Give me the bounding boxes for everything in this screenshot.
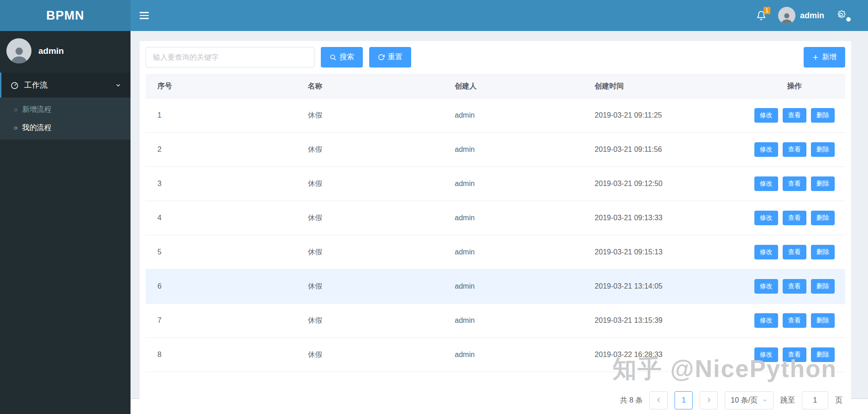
sidebar-item-new-process[interactable]: ○ 新增流程 xyxy=(0,100,131,119)
app-root: BPMN admin 工作流 ○ 新增流程 ○ 我的流程 xyxy=(0,0,868,414)
cell-creator: admin xyxy=(443,304,583,338)
search-button[interactable]: 搜索 xyxy=(321,47,363,67)
table-row[interactable]: 5 休假 admin 2019-03-21 09:15:13 修改查看删除 xyxy=(146,235,845,269)
cell-name: 休假 xyxy=(296,133,443,167)
row-edit-button[interactable]: 修改 xyxy=(754,108,778,123)
row-view-button[interactable]: 查看 xyxy=(783,347,806,362)
cell-created: 2019-03-21 09:15:13 xyxy=(583,235,744,269)
row-delete-button[interactable]: 删除 xyxy=(811,347,835,362)
cell-created: 2019-03-21 09:11:56 xyxy=(583,133,744,167)
row-edit-button[interactable]: 修改 xyxy=(754,313,778,328)
row-delete-button[interactable]: 删除 xyxy=(811,211,835,225)
page-number-button[interactable]: 1 xyxy=(675,391,693,409)
cell-actions: 修改查看删除 xyxy=(744,201,845,235)
cell-id: 4 xyxy=(146,201,296,235)
row-delete-button[interactable]: 删除 xyxy=(811,142,835,157)
row-delete-button[interactable]: 删除 xyxy=(811,245,835,259)
table-row[interactable]: 3 休假 admin 2019-03-21 09:12:50 修改查看删除 xyxy=(146,167,845,201)
cell-name: 休假 xyxy=(296,201,443,235)
add-button[interactable]: 新增 xyxy=(804,47,845,67)
row-view-button[interactable]: 查看 xyxy=(783,108,806,123)
jump-label: 跳至 xyxy=(780,396,795,405)
app-logo: BPMN xyxy=(0,0,131,31)
sidebar-username: admin xyxy=(38,46,64,56)
workflow-table: 序号 名称 创建人 创建时间 操作 1 休假 admin 2019-03-21 … xyxy=(146,74,845,372)
navbar-username: admin xyxy=(800,11,824,21)
cell-created: 2019-03-21 09:13:33 xyxy=(583,201,744,235)
cell-id: 2 xyxy=(146,133,296,167)
sidebar-user-panel: admin xyxy=(0,31,131,72)
sidebar-item-label: 工作流 xyxy=(24,80,115,90)
sidebar-item-workflow[interactable]: 工作流 xyxy=(0,72,131,98)
reset-button-label: 重置 xyxy=(388,52,403,62)
row-edit-button[interactable]: 修改 xyxy=(754,176,778,191)
cell-creator: admin xyxy=(443,98,583,133)
row-edit-button[interactable]: 修改 xyxy=(754,245,778,259)
user-menu-button[interactable]: admin xyxy=(778,7,824,24)
row-delete-button[interactable]: 删除 xyxy=(811,279,835,294)
refresh-icon xyxy=(378,54,385,61)
row-view-button[interactable]: 查看 xyxy=(783,245,806,259)
next-page-button[interactable]: › xyxy=(700,391,718,409)
page-unit-label: 页 xyxy=(835,396,842,405)
row-edit-button[interactable]: 修改 xyxy=(754,142,778,157)
row-delete-button[interactable]: 删除 xyxy=(811,313,835,328)
pagination: 共 8 条 ‹ 1 › 10 条/页 跳至 页 xyxy=(146,391,845,409)
cell-created: 2019-03-22 16:28:33 xyxy=(583,338,744,372)
cell-id: 8 xyxy=(146,338,296,372)
jump-page-input[interactable] xyxy=(802,391,828,409)
row-view-button[interactable]: 查看 xyxy=(783,142,806,157)
cell-actions: 修改查看删除 xyxy=(744,133,845,167)
cell-actions: 修改查看删除 xyxy=(744,304,845,338)
table-body: 1 休假 admin 2019-03-21 09:11:25 修改查看删除 2 … xyxy=(146,98,845,372)
table-row[interactable]: 7 休假 admin 2019-03-21 13:15:39 修改查看删除 xyxy=(146,304,845,338)
cell-creator: admin xyxy=(443,201,583,235)
row-view-button[interactable]: 查看 xyxy=(783,279,806,294)
cell-id: 5 xyxy=(146,235,296,269)
cell-name: 休假 xyxy=(296,167,443,201)
cell-created: 2019-03-21 09:12:50 xyxy=(583,167,744,201)
sidebar-toggle-button[interactable] xyxy=(131,0,158,31)
circle-icon: ○ xyxy=(14,124,17,131)
cell-creator: admin xyxy=(443,133,583,167)
row-delete-button[interactable]: 删除 xyxy=(811,176,835,191)
settings-button[interactable] xyxy=(836,9,852,22)
notification-badge: 1 xyxy=(763,7,770,14)
table-row[interactable]: 1 休假 admin 2019-03-21 09:11:25 修改查看删除 xyxy=(146,98,845,133)
gear-icon xyxy=(836,10,846,20)
reset-button[interactable]: 重置 xyxy=(369,47,411,67)
chevron-down-icon xyxy=(115,82,121,88)
cell-creator: admin xyxy=(443,269,583,304)
page-size-select[interactable]: 10 条/页 xyxy=(725,391,774,409)
sidebar-submenu: ○ 新增流程 ○ 我的流程 xyxy=(0,98,131,140)
total-count: 共 8 条 xyxy=(620,396,643,405)
row-view-button[interactable]: 查看 xyxy=(783,313,806,328)
cell-created: 2019-03-21 13:15:39 xyxy=(583,304,744,338)
navbar-avatar xyxy=(778,7,795,24)
page-size-value: 10 条/页 xyxy=(731,396,758,405)
table-row[interactable]: 2 休假 admin 2019-03-21 09:11:56 修改查看删除 xyxy=(146,133,845,167)
row-view-button[interactable]: 查看 xyxy=(783,211,806,225)
sidebar: BPMN admin 工作流 ○ 新增流程 ○ 我的流程 xyxy=(0,0,131,414)
cell-creator: admin xyxy=(443,235,583,269)
row-edit-button[interactable]: 修改 xyxy=(754,211,778,225)
search-input[interactable] xyxy=(146,47,314,67)
navbar-right: 1 admin xyxy=(756,7,868,24)
cell-actions: 修改查看删除 xyxy=(744,269,845,304)
row-view-button[interactable]: 查看 xyxy=(783,176,806,191)
row-edit-button[interactable]: 修改 xyxy=(754,279,778,294)
cell-id: 7 xyxy=(146,304,296,338)
sidebar-avatar xyxy=(6,38,31,63)
table-row[interactable]: 4 休假 admin 2019-03-21 09:13:33 修改查看删除 xyxy=(146,201,845,235)
sidebar-menu: 工作流 ○ 新增流程 ○ 我的流程 xyxy=(0,72,131,140)
table-row[interactable]: 6 休假 admin 2019-03-21 13:14:05 修改查看删除 xyxy=(146,269,845,304)
row-delete-button[interactable]: 删除 xyxy=(811,108,835,123)
table-row[interactable]: 8 休假 admin 2019-03-22 16:28:33 修改查看删除 xyxy=(146,338,845,372)
sidebar-item-my-process[interactable]: ○ 我的流程 xyxy=(0,119,131,137)
notifications-button[interactable]: 1 xyxy=(756,10,766,21)
submenu-item-label: 我的流程 xyxy=(22,123,51,133)
prev-page-button[interactable]: ‹ xyxy=(649,391,668,409)
row-edit-button[interactable]: 修改 xyxy=(754,347,778,362)
cell-name: 休假 xyxy=(296,338,443,372)
search-button-label: 搜索 xyxy=(340,52,354,62)
